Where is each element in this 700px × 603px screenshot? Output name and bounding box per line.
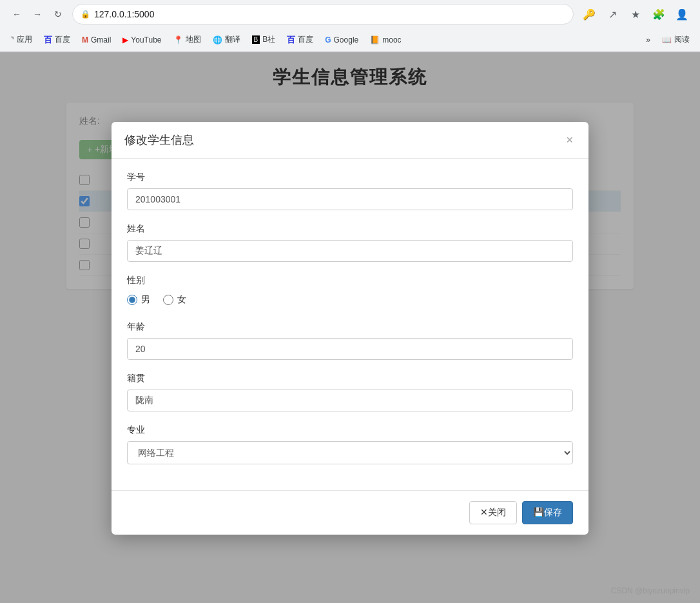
page-content: 学生信息管理系统 姓名: + +新增 xyxy=(0,52,700,603)
major-group: 专业 网络工程 计算机科学 软件工程 信息管理 xyxy=(127,424,573,464)
share-icon-button[interactable]: ↗ xyxy=(602,4,623,25)
browser-toolbar: ← → ↻ 🔒 127.0.0.1:5000 🔑 ↗ ★ 🧩 👤 xyxy=(0,0,700,28)
modal-footer: ✕关闭 💾保存 xyxy=(112,490,588,535)
edit-student-modal: 修改学生信息 × 学号 姓名 性别 xyxy=(112,122,588,535)
bookmark-more-label: » xyxy=(646,35,650,44)
bookmark-baidu2-label: 百度 xyxy=(298,34,313,45)
bookmark-google[interactable]: G Google xyxy=(320,33,364,47)
bookmark-translate-label: 翻译 xyxy=(225,34,240,45)
bookmark-gmail[interactable]: M Gmail xyxy=(77,33,116,47)
bookmark-maps[interactable]: 📍 地图 xyxy=(168,32,206,48)
bookmark-mooc-label: mooc xyxy=(382,35,401,44)
age-input[interactable] xyxy=(127,338,573,360)
close-button[interactable]: ✕关闭 xyxy=(469,501,517,524)
gender-male-option[interactable]: 男 xyxy=(127,294,150,306)
bookmark-translate[interactable]: 🌐 翻译 xyxy=(208,32,246,48)
save-button[interactable]: 💾保存 xyxy=(522,501,573,524)
name-field-label: 姓名 xyxy=(127,223,573,235)
nav-buttons: ← → ↻ xyxy=(8,5,67,23)
bookmark-baidu2[interactable]: 百 百度 xyxy=(282,32,318,48)
gmail-icon: M xyxy=(82,35,88,44)
major-label: 专业 xyxy=(127,424,573,436)
student-id-label: 学号 xyxy=(127,172,573,183)
youtube-icon: ▶ xyxy=(122,35,128,44)
bookmark-more-button[interactable]: » xyxy=(641,33,656,47)
address-bar[interactable]: 🔒 127.0.0.1:5000 xyxy=(72,4,574,25)
maps-icon: 📍 xyxy=(173,35,183,44)
student-id-group: 学号 xyxy=(127,172,573,210)
bookmarks-bar: ⌝ 应用 百 百度 M Gmail ▶ YouTube 📍 地图 🌐 翻译 B … xyxy=(0,28,700,52)
gender-female-label: 女 xyxy=(177,294,186,306)
extensions-button[interactable]: 🧩 xyxy=(648,4,669,25)
profile-button[interactable]: 👤 xyxy=(672,4,692,25)
bookmark-star-button[interactable]: ★ xyxy=(625,4,646,25)
origin-input[interactable] xyxy=(127,390,573,411)
bookmark-maps-label: 地图 xyxy=(186,34,201,45)
gender-female-option[interactable]: 女 xyxy=(163,294,186,306)
toolbar-icons: 🔑 ↗ ★ 🧩 👤 xyxy=(579,4,692,25)
modal-close-button[interactable]: × xyxy=(563,134,576,146)
bshe-icon: B xyxy=(252,35,260,44)
refresh-button[interactable]: ↻ xyxy=(49,5,67,23)
gender-female-radio[interactable] xyxy=(163,295,173,305)
mooc-icon: 📙 xyxy=(370,35,380,44)
bookmark-youtube-label: YouTube xyxy=(131,35,161,44)
bookmark-google-label: Google xyxy=(334,35,359,44)
baidu1-icon: 百 xyxy=(44,34,52,46)
google-icon: G xyxy=(325,35,331,44)
bookmark-apps[interactable]: ⌝ 应用 xyxy=(5,32,37,48)
gender-radio-group: 男 女 xyxy=(127,292,573,308)
back-button[interactable]: ← xyxy=(8,5,26,23)
bookmark-gmail-label: Gmail xyxy=(91,35,111,44)
name-group: 姓名 xyxy=(127,223,573,262)
reading-icon: 📖 xyxy=(662,35,672,44)
bookmark-youtube[interactable]: ▶ YouTube xyxy=(117,33,166,47)
bookmark-baidu1[interactable]: 百 百度 xyxy=(39,32,75,48)
modal-header: 修改学生信息 × xyxy=(112,122,588,159)
major-select[interactable]: 网络工程 计算机科学 软件工程 信息管理 xyxy=(127,441,573,464)
reading-mode-button[interactable]: 📖 阅读 xyxy=(657,32,695,48)
age-group: 年龄 xyxy=(127,321,573,360)
name-input[interactable] xyxy=(127,240,573,262)
bookmark-baidu1-label: 百度 xyxy=(55,34,70,45)
gender-label: 性别 xyxy=(127,275,573,286)
url-text: 127.0.0.1:5000 xyxy=(94,9,565,19)
gender-male-label: 男 xyxy=(141,294,150,306)
password-icon-button[interactable]: 🔑 xyxy=(579,4,599,25)
bookmark-bshe[interactable]: B B社 xyxy=(247,32,281,48)
origin-group: 籍贯 xyxy=(127,373,573,411)
modal-body: 学号 姓名 性别 男 xyxy=(112,159,588,490)
forward-button[interactable]: → xyxy=(28,5,46,23)
gender-male-radio[interactable] xyxy=(127,295,137,305)
modal-title: 修改学生信息 xyxy=(124,132,194,148)
modal-overlay: 修改学生信息 × 学号 姓名 性别 xyxy=(0,52,700,603)
bookmark-bshe-label: B社 xyxy=(262,34,275,45)
translate-icon: 🌐 xyxy=(213,35,222,44)
reading-label: 阅读 xyxy=(674,34,690,45)
watermark: CSDN @biyezuopinvip xyxy=(611,586,690,595)
baidu2-icon: 百 xyxy=(287,34,295,46)
bookmark-apps-label: 应用 xyxy=(17,34,32,45)
gender-group: 性别 男 女 xyxy=(127,275,573,308)
browser-chrome: ← → ↻ 🔒 127.0.0.1:5000 🔑 ↗ ★ 🧩 👤 ⌝ 应用 百 … xyxy=(0,0,700,52)
origin-label: 籍贯 xyxy=(127,373,573,384)
bookmark-mooc[interactable]: 📙 mooc xyxy=(365,33,406,47)
student-id-input[interactable] xyxy=(127,188,573,210)
apps-icon: ⌝ xyxy=(10,35,14,44)
age-label: 年龄 xyxy=(127,321,573,333)
lock-icon: 🔒 xyxy=(81,10,90,19)
